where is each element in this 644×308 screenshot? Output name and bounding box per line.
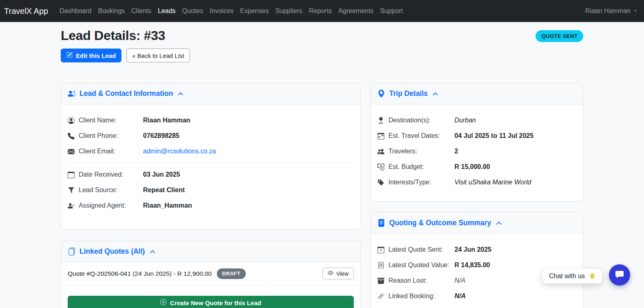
info-row: Travelers:2 bbox=[377, 144, 576, 159]
info-row: Client Name:Riaan Hamman bbox=[68, 113, 354, 128]
left-column: Lead & Contact Information Client Name:R… bbox=[61, 83, 361, 308]
nav-item-suppliers[interactable]: Suppliers bbox=[272, 4, 306, 18]
geo-alt-icon bbox=[377, 90, 385, 97]
trip-details-card-body: Destination(s):DurbanEst. Travel Dates:0… bbox=[371, 104, 583, 201]
field-label: Est. Budget: bbox=[388, 163, 454, 171]
back-to-lead-list-label: « Back to Lead List bbox=[132, 52, 184, 59]
cash-coin-icon bbox=[377, 164, 384, 171]
info-row: Date Received:03 Jun 2025 bbox=[68, 167, 354, 182]
field-label: Client Phone: bbox=[79, 132, 143, 140]
chat-bubble-icon bbox=[615, 270, 624, 281]
lead-contact-card-header[interactable]: Lead & Contact Information bbox=[61, 83, 360, 104]
chevron-up-icon bbox=[432, 91, 438, 97]
nav-item-leads[interactable]: Leads bbox=[154, 4, 179, 18]
quoting-summary-card-title: Quoting & Outcome Summary bbox=[389, 219, 491, 227]
calendar-range-icon bbox=[377, 133, 384, 140]
back-to-lead-list-button[interactable]: « Back to Lead List bbox=[126, 49, 190, 62]
create-new-quote-label: Create New Quote for this Lead bbox=[170, 299, 261, 306]
user-menu[interactable]: Riaan Hamman bbox=[585, 7, 637, 15]
field-value[interactable]: admin@rcsolutions.co.za bbox=[143, 148, 216, 155]
trip-details-card-header[interactable]: Trip Details bbox=[371, 83, 583, 104]
info-row: Est. Travel Dates:04 Jul 2025 to 11 Jul … bbox=[377, 128, 576, 144]
chat-with-us-tooltip[interactable]: Chat with us bbox=[543, 269, 602, 284]
chat-launcher-button[interactable] bbox=[609, 264, 630, 286]
caret-down-icon bbox=[633, 9, 637, 13]
field-value: Riaan_Hamman bbox=[143, 202, 192, 209]
chat-with-us-label: Chat with us bbox=[549, 273, 585, 280]
field-value: N/A bbox=[454, 292, 466, 300]
nav-item-support[interactable]: Support bbox=[377, 4, 406, 18]
trip-details-card: Trip Details Destination(s):DurbanEst. T… bbox=[371, 83, 583, 202]
app-brand[interactable]: TravelX App bbox=[4, 7, 48, 16]
nav-item-agreements[interactable]: Agreements bbox=[335, 4, 377, 18]
quote-list-item: Quote #Q-202506-041 (24 Jun 2025) - R 12… bbox=[61, 262, 360, 285]
lead-contact-card-body: Client Name:Riaan HammanClient Phone:076… bbox=[61, 104, 360, 229]
info-row: Destination(s):Durban bbox=[377, 113, 576, 128]
nav-item-clients[interactable]: Clients bbox=[128, 4, 154, 18]
field-label: Client Name: bbox=[79, 117, 143, 124]
nav-item-bookings[interactable]: Bookings bbox=[95, 4, 128, 18]
people-icon bbox=[377, 148, 384, 155]
nav-item-quotes[interactable]: Quotes bbox=[179, 4, 207, 18]
linked-quotes-card-header[interactable]: Linked Quotes (All) bbox=[61, 241, 360, 262]
edit-lead-label: Edit this Lead bbox=[76, 52, 116, 59]
link-icon bbox=[377, 293, 384, 300]
field-value: Visit uShaka Marine World bbox=[454, 179, 531, 186]
field-value: 0762898285 bbox=[143, 132, 179, 140]
page-title: Lead Details: #33 bbox=[61, 28, 165, 43]
field-value: N/A bbox=[454, 277, 465, 284]
view-quote-label: View bbox=[336, 270, 348, 277]
chevron-up-icon bbox=[495, 220, 502, 226]
calendar-check-icon bbox=[377, 246, 384, 253]
info-row: Interests/Type:Visit uShaka Marine World bbox=[377, 175, 576, 190]
field-label: Lead Source: bbox=[79, 186, 143, 194]
field-value: R 14,835.00 bbox=[454, 261, 490, 269]
envelope-icon bbox=[68, 148, 75, 155]
lead-contact-card-title: Lead & Contact Information bbox=[79, 89, 173, 98]
field-label: Interests/Type: bbox=[388, 179, 454, 186]
funnel-icon bbox=[68, 187, 75, 194]
field-value: 24 Jun 2025 bbox=[454, 246, 492, 253]
info-row: Client Phone:0762898285 bbox=[68, 128, 354, 144]
plus-circle-icon bbox=[160, 299, 166, 306]
field-label: Est. Travel Dates: bbox=[388, 132, 454, 140]
field-value: 04 Jul 2025 to 11 Jul 2025 bbox=[454, 132, 534, 140]
title-row: Lead Details: #33 QUOTE SENT bbox=[61, 22, 583, 43]
view-quote-button[interactable]: View bbox=[322, 268, 354, 279]
calendar-icon bbox=[68, 171, 75, 178]
field-label: Client Email: bbox=[79, 148, 143, 155]
edit-lead-button[interactable]: Edit this Lead bbox=[61, 49, 121, 62]
quoting-summary-card-header[interactable]: Quoting & Outcome Summary bbox=[371, 213, 583, 234]
nav-item-expenses[interactable]: Expenses bbox=[237, 4, 272, 18]
main-nav: DashboardBookingsClientsLeadsQuotesInvoi… bbox=[56, 4, 585, 18]
field-label: Latest Quoted Value: bbox=[388, 261, 454, 269]
status-badge: QUOTE SENT bbox=[536, 30, 583, 42]
lead-contact-card: Lead & Contact Information Client Name:R… bbox=[61, 83, 361, 229]
nav-item-reports[interactable]: Reports bbox=[306, 4, 335, 18]
person-circle-icon bbox=[68, 117, 75, 124]
top-navbar: TravelX App DashboardBookingsClientsLead… bbox=[0, 0, 644, 22]
section-divider bbox=[68, 163, 354, 163]
field-value: Riaan Hamman bbox=[143, 117, 190, 124]
content-grid: Lead & Contact Information Client Name:R… bbox=[61, 83, 583, 308]
nav-item-dashboard[interactable]: Dashboard bbox=[56, 4, 95, 18]
quoting-summary-card: Quoting & Outcome Summary Latest Quote S… bbox=[371, 212, 583, 308]
field-label: Latest Quote Sent: bbox=[388, 246, 454, 253]
file-text-icon bbox=[377, 219, 385, 227]
field-label: Reason Lost: bbox=[388, 277, 454, 284]
quote-status-badge: DRAFT bbox=[217, 268, 245, 279]
tag-icon bbox=[377, 179, 384, 186]
archive-icon bbox=[377, 277, 384, 284]
user-name: Riaan Hamman bbox=[585, 7, 631, 15]
field-value: Durban bbox=[454, 117, 476, 124]
main-content: Lead Details: #33 QUOTE SENT Edit this L… bbox=[61, 22, 583, 308]
trip-details-card-title: Trip Details bbox=[389, 89, 428, 98]
person-lines-icon bbox=[68, 90, 75, 97]
nav-item-invoices[interactable]: Invoices bbox=[206, 4, 237, 18]
telephone-icon bbox=[68, 133, 75, 140]
person-check-icon bbox=[68, 202, 75, 209]
pencil-square-icon bbox=[66, 52, 73, 59]
create-new-quote-button[interactable]: Create New Quote for this Lead bbox=[68, 296, 354, 308]
field-label: Assigned Agent: bbox=[79, 202, 143, 209]
quote-summary-text: Quote #Q-202506-041 (24 Jun 2025) - R 12… bbox=[68, 270, 212, 277]
